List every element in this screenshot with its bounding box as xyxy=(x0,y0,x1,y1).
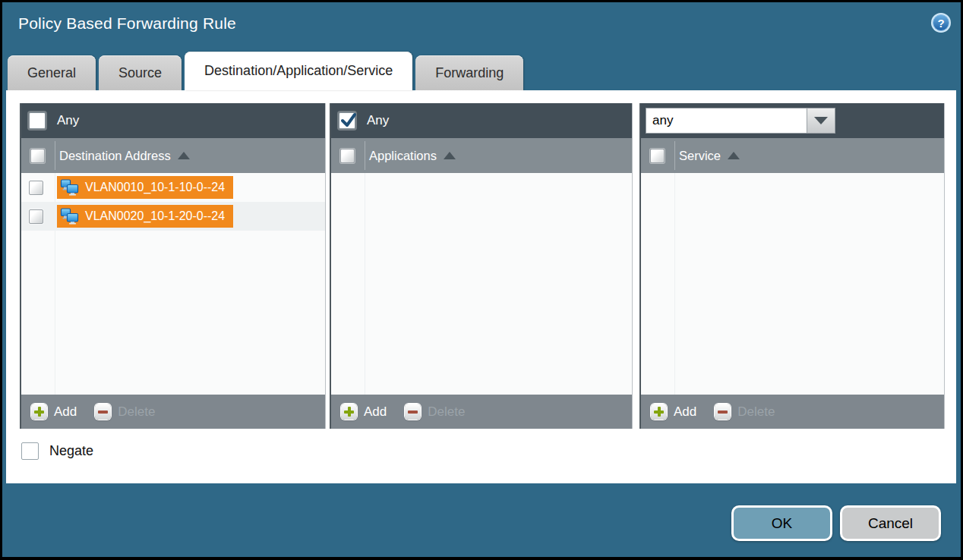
delete-button[interactable]: Delete xyxy=(715,404,775,420)
header-divider xyxy=(674,141,675,170)
negate-checkbox[interactable] xyxy=(21,442,39,460)
tab-destination-application-service[interactable]: Destination/Application/Service xyxy=(185,52,412,90)
service-select-all-checkbox[interactable] xyxy=(650,149,665,163)
question-mark-glyph: ? xyxy=(937,17,944,30)
add-button[interactable]: Add xyxy=(651,404,696,420)
destination-any-label: Any xyxy=(57,113,79,128)
delete-label: Delete xyxy=(118,404,155,420)
tab-bar: General Source Destination/Application/S… xyxy=(8,52,523,90)
network-address-icon xyxy=(60,208,80,225)
service-dropdown-value[interactable]: any xyxy=(646,108,807,134)
applications-panel: Any Applications Add Delete xyxy=(330,103,633,429)
checkbox-column-divider xyxy=(674,173,675,395)
service-dropdown-bar: any xyxy=(641,103,944,138)
service-column-header[interactable]: Service xyxy=(641,138,944,173)
applications-any-label: Any xyxy=(367,113,389,128)
destination-any-bar: Any xyxy=(21,103,325,138)
service-dropdown[interactable]: any xyxy=(646,108,835,134)
plus-icon xyxy=(31,404,47,420)
tab-forwarding[interactable]: Forwarding xyxy=(415,55,523,90)
destination-address-panel: Any Destination Address xyxy=(20,103,326,429)
checkbox-column-divider xyxy=(365,173,365,395)
delete-button[interactable]: Delete xyxy=(95,404,155,420)
applications-toolbar: Add Delete xyxy=(331,395,632,429)
tab-content-panel: Any Destination Address xyxy=(6,90,956,483)
service-list xyxy=(641,173,944,395)
minus-icon xyxy=(405,404,421,420)
destination-row[interactable]: VLAN0020_10-1-20-0--24 xyxy=(21,202,325,231)
applications-any-bar: Any xyxy=(331,103,632,138)
row-checkbox[interactable] xyxy=(29,181,43,195)
chevron-down-icon xyxy=(814,117,828,124)
destination-header-label: Destination Address xyxy=(59,149,171,163)
negate-label: Negate xyxy=(49,443,93,459)
network-address-icon xyxy=(60,179,80,196)
destination-column-header[interactable]: Destination Address xyxy=(21,138,325,173)
destination-toolbar: Add Delete xyxy=(21,395,325,429)
applications-select-all-checkbox[interactable] xyxy=(340,149,355,163)
dropdown-arrow-button[interactable] xyxy=(807,108,835,134)
add-label: Add xyxy=(364,404,387,420)
destination-select-all-checkbox[interactable] xyxy=(30,149,45,163)
header-divider xyxy=(365,141,365,170)
applications-column-header[interactable]: Applications xyxy=(331,138,632,173)
negate-row: Negate xyxy=(21,442,93,460)
policy-based-forwarding-dialog: Policy Based Forwarding Rule ? General S… xyxy=(2,2,961,557)
minus-icon xyxy=(715,404,731,420)
row-checkbox[interactable] xyxy=(29,209,43,224)
service-toolbar: Add Delete xyxy=(641,395,944,429)
destination-list: VLAN0010_10-1-10-0--24 xyxy=(21,173,325,395)
sort-ascending-icon[interactable] xyxy=(444,152,456,159)
add-button[interactable]: Add xyxy=(31,404,77,420)
add-button[interactable]: Add xyxy=(341,404,387,420)
plus-icon xyxy=(341,404,357,420)
add-label: Add xyxy=(674,404,696,420)
sort-ascending-icon[interactable] xyxy=(178,152,190,159)
ok-button[interactable]: OK xyxy=(731,505,832,541)
add-label: Add xyxy=(54,404,77,420)
sort-ascending-icon[interactable] xyxy=(728,152,740,159)
delete-button[interactable]: Delete xyxy=(405,404,465,420)
cancel-button[interactable]: Cancel xyxy=(840,505,941,541)
plus-icon xyxy=(651,404,667,420)
minus-icon xyxy=(95,404,111,420)
delete-label: Delete xyxy=(428,404,465,420)
service-panel: any Service Add xyxy=(639,103,945,429)
applications-any-checkbox[interactable] xyxy=(339,112,355,129)
dialog-title: Policy Based Forwarding Rule xyxy=(18,14,236,33)
delete-label: Delete xyxy=(737,404,775,420)
address-object-name: VLAN0010_10-1-10-0--24 xyxy=(85,181,225,194)
checkmark-icon xyxy=(339,111,358,131)
header-divider xyxy=(55,141,55,170)
destination-any-checkbox[interactable] xyxy=(29,112,46,129)
service-header-label: Service xyxy=(679,149,721,163)
applications-list xyxy=(331,173,632,395)
address-object-chip[interactable]: VLAN0020_10-1-20-0--24 xyxy=(57,205,233,228)
applications-header-label: Applications xyxy=(369,149,437,163)
help-icon[interactable]: ? xyxy=(930,12,952,33)
tab-general[interactable]: General xyxy=(8,55,96,90)
tab-source[interactable]: Source xyxy=(99,55,182,90)
address-object-name: VLAN0020_10-1-20-0--24 xyxy=(85,209,225,223)
destination-row[interactable]: VLAN0010_10-1-10-0--24 xyxy=(21,173,325,202)
address-object-chip[interactable]: VLAN0010_10-1-10-0--24 xyxy=(57,176,233,199)
